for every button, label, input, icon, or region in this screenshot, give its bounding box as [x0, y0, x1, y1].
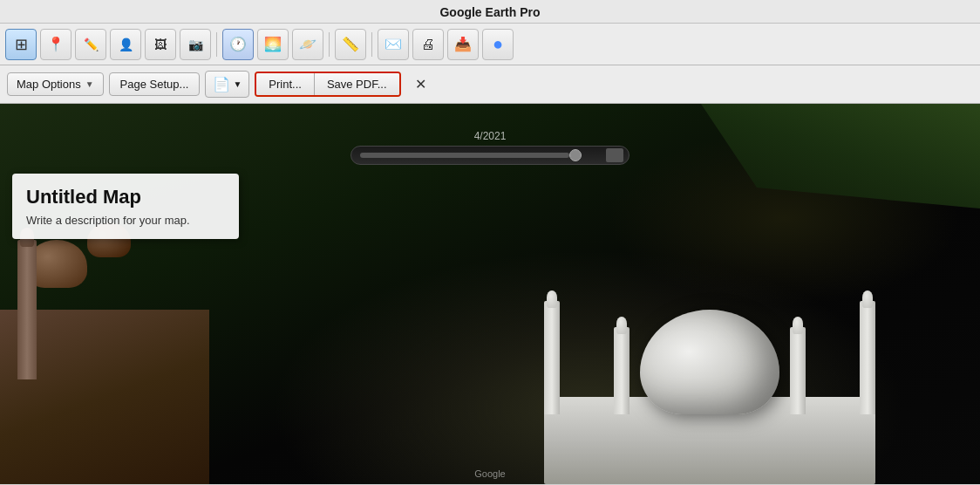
ruler-icon: 📏	[342, 36, 359, 52]
add-path-button[interactable]: 👤	[110, 29, 141, 60]
add-overlay-button[interactable]: 🖼	[145, 29, 176, 60]
building-minaret	[17, 240, 37, 379]
info-box-description: Write a description for your map.	[26, 214, 225, 227]
toolbar-sep-1	[216, 32, 217, 57]
google-logo: Google	[474, 468, 505, 479]
sidebar-toggle-button[interactable]: ⊞	[5, 29, 37, 60]
sunlight-icon: 🌅	[264, 36, 282, 52]
view-icon: ●	[493, 34, 503, 54]
app-title: Google Earth Pro	[439, 5, 540, 19]
sidebar-icon: ⊞	[15, 35, 28, 54]
document-icon: 📄	[213, 76, 230, 92]
path-icon: 👤	[119, 38, 133, 51]
add-polygon-button[interactable]: ✏️	[75, 29, 106, 60]
print-toolbar: Map Options ▼ Page Setup... 📄 ▼ Print...…	[0, 65, 980, 104]
polygon-icon: ✏️	[84, 38, 99, 51]
info-box: Untitled Map Write a description for you…	[12, 174, 239, 239]
page-setup-button[interactable]: Page Setup...	[109, 72, 201, 96]
print-toolbar-button[interactable]: 🖨	[412, 29, 444, 60]
map-options-label: Map Options	[17, 78, 81, 91]
clock-button[interactable]: 🕐	[222, 29, 254, 60]
document-arrow-icon: ▼	[233, 79, 242, 89]
left-building	[0, 205, 209, 484]
slider-thumb[interactable]	[569, 149, 582, 161]
minaret-4	[790, 327, 806, 414]
print-button[interactable]: Print...	[256, 73, 315, 95]
record-tour-button[interactable]: 📷	[180, 29, 211, 60]
map-options-arrow-icon: ▼	[85, 79, 94, 89]
email-icon: ✉️	[385, 36, 402, 52]
page-setup-label: Page Setup...	[120, 78, 189, 91]
planet-icon: 🪐	[299, 36, 316, 52]
slider-end-cap	[606, 148, 623, 162]
main-toolbar: ⊞ 📍 ✏️ 👤 🖼 📷 🕐 🌅 🪐 📏 ✉️ 🖨 📥 ●	[0, 24, 980, 65]
close-icon: ✕	[415, 77, 426, 92]
import-button[interactable]: 📥	[447, 29, 479, 60]
map-area[interactable]: 4/2021 Untitled Map Write a description …	[0, 104, 980, 484]
slider-fill	[360, 153, 569, 158]
toolbar-sep-3	[371, 32, 372, 57]
view-button[interactable]: ●	[482, 29, 514, 60]
save-pdf-button[interactable]: Save PDF...	[315, 73, 399, 95]
minaret-1	[544, 301, 560, 414]
document-button[interactable]: 📄 ▼	[205, 71, 249, 98]
add-placemark-button[interactable]: 📍	[40, 29, 71, 60]
title-bar: Google Earth Pro	[0, 0, 980, 24]
record-icon: 📷	[188, 38, 203, 51]
time-slider-container: 4/2021	[350, 130, 630, 165]
taj-mahal	[527, 170, 893, 484]
planet-button[interactable]: 🪐	[292, 29, 323, 60]
placemark-icon: 📍	[47, 36, 65, 52]
email-button[interactable]: ✉️	[378, 29, 409, 60]
print-pdf-group: Print... Save PDF...	[255, 72, 400, 97]
taj-main-dome	[640, 310, 779, 414]
import-icon: 📥	[454, 36, 472, 52]
sunlight-button[interactable]: 🌅	[257, 29, 289, 60]
minaret-3	[614, 327, 630, 414]
info-box-title: Untitled Map	[26, 186, 225, 208]
print-icon: 🖨	[421, 37, 435, 52]
overlay-icon: 🖼	[154, 38, 167, 51]
map-options-button[interactable]: Map Options ▼	[7, 72, 104, 96]
ruler-button[interactable]: 📏	[335, 29, 366, 60]
close-button[interactable]: ✕	[406, 72, 435, 97]
clock-icon: 🕐	[229, 36, 247, 52]
minaret-2	[860, 301, 875, 414]
toolbar-sep-2	[329, 32, 330, 57]
time-label: 4/2021	[474, 130, 507, 142]
time-slider[interactable]	[350, 146, 630, 165]
